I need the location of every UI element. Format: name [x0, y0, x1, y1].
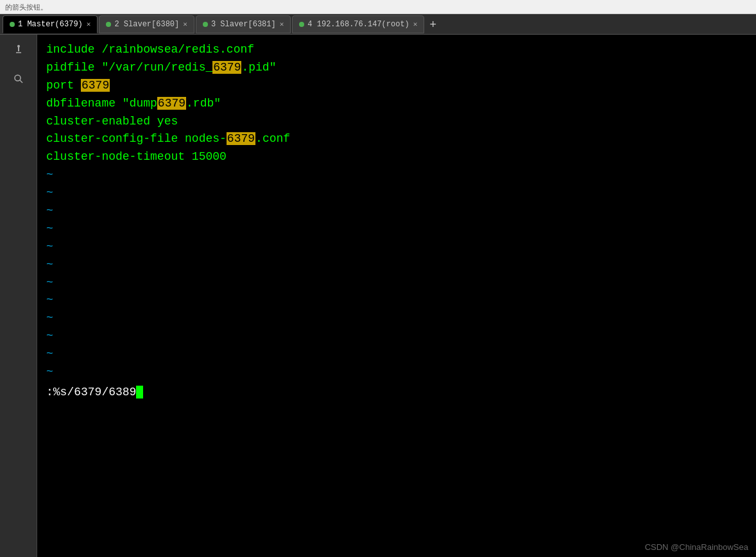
tabs-row: 1 Master(6379) ✕ 2 Slaver[6380] ✕ 3 Slav…	[0, 14, 756, 35]
tab-close-2[interactable]: ✕	[183, 20, 187, 28]
tilde-5: ~	[46, 238, 747, 256]
watermark: CSDN @ChinaRainbowSea	[645, 542, 748, 552]
tilde-8: ~	[46, 291, 747, 309]
search-icon[interactable]	[9, 69, 28, 89]
tilde-3: ~	[46, 202, 747, 220]
tab-close-1[interactable]: ✕	[87, 20, 91, 28]
highlight-6379-3: 6379	[157, 97, 186, 110]
terminal-line-5: cluster-enabled yes	[46, 113, 747, 131]
highlight-6379-1: 6379	[212, 61, 241, 74]
tilde-1: ~	[46, 166, 747, 184]
terminal-line-2: pidfile "/var/run/redis_6379.pid"	[46, 59, 747, 77]
top-hint-bar: 的箭头按钮。	[0, 0, 756, 14]
add-tab-button[interactable]: +	[425, 19, 440, 30]
terminal-line-3: port 6379	[46, 77, 747, 95]
pin-icon[interactable]	[9, 40, 28, 59]
tab-close-3[interactable]: ✕	[280, 20, 284, 28]
tilde-7: ~	[46, 274, 747, 292]
tilde-11: ~	[46, 345, 747, 363]
svg-line-4	[20, 80, 22, 83]
tab-slaver-6380[interactable]: 2 Slaver[6380] ✕	[99, 15, 194, 33]
tab-label-3: 3 Slaver[6381]	[211, 20, 276, 29]
tab-dot-4	[299, 22, 304, 27]
tilde-6: ~	[46, 256, 747, 274]
tab-label-1: 1 Master(6379)	[18, 20, 83, 29]
tab-label-4: 4 192.168.76.147(root)	[307, 20, 409, 29]
tilde-2: ~	[46, 184, 747, 202]
tab-dot-2	[106, 22, 111, 27]
terminal-line-4: dbfilename "dump6379.rdb"	[46, 95, 747, 113]
tab-slaver-6381[interactable]: 3 Slaver[6381] ✕	[196, 15, 291, 33]
tab-label-2: 2 Slaver[6380]	[114, 20, 179, 29]
terminal-line-7: cluster-node-timeout 15000	[46, 148, 747, 166]
sidebar-left	[0, 35, 37, 557]
svg-point-3	[15, 75, 21, 81]
command-text: :%s/6379/6389	[46, 386, 136, 398]
highlight-6379-4: 6379	[227, 132, 255, 145]
cursor	[136, 386, 143, 398]
hint-text: 的箭头按钮。	[5, 3, 47, 12]
tab-192-168[interactable]: 4 192.168.76.147(root) ✕	[292, 15, 424, 33]
tab-dot-1	[10, 22, 15, 27]
tilde-9: ~	[46, 309, 747, 327]
tilde-4: ~	[46, 220, 747, 238]
svg-rect-1	[18, 47, 19, 51]
terminal-area[interactable]: include /rainbowsea/redis.conf pidfile "…	[37, 35, 756, 557]
tilde-10: ~	[46, 327, 747, 345]
tilde-12: ~	[46, 363, 747, 381]
command-line: :%s/6379/6389	[46, 384, 747, 402]
terminal-line-1: include /rainbowsea/redis.conf	[46, 41, 747, 59]
terminal-line-6: cluster-config-file nodes-6379.conf	[46, 130, 747, 148]
highlight-6379-2: 6379	[81, 79, 110, 92]
tab-master-6379[interactable]: 1 Master(6379) ✕	[3, 15, 98, 33]
tab-dot-3	[203, 22, 208, 27]
tab-close-4[interactable]: ✕	[413, 20, 418, 28]
